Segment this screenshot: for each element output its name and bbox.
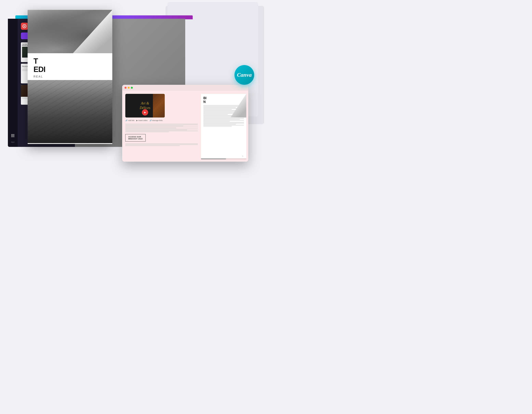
browser-minimize-dot[interactable]: [128, 87, 130, 89]
manage-links-button[interactable]: 🔗 Manage links: [150, 119, 163, 121]
apps-label: Apps: [11, 141, 15, 143]
magazine-big-title: TEDI: [34, 57, 106, 74]
add-link-button[interactable]: 🔗 Add link: [125, 119, 134, 121]
insert-video-label: Insert video: [138, 119, 148, 121]
play-button[interactable]: ▶: [142, 109, 148, 116]
magazine-spread: TEDI REAL: [28, 10, 112, 144]
magazine-wave-pattern: [28, 80, 112, 143]
svg-rect-1: [12, 134, 13, 135]
browser-titlebar: [122, 85, 248, 91]
viewer-left-panel: Art &Délices ▶ 🔗 Add link ▶ Insert video…: [122, 91, 201, 162]
viewer-progress-track[interactable]: [201, 158, 246, 159]
svg-rect-0: [11, 134, 12, 135]
svg-rect-5: [14, 135, 14, 136]
svg-rect-8: [14, 136, 14, 137]
access-mediakit-button[interactable]: ACCESS OURMEDIAKIT 2023: [125, 134, 146, 142]
apps-icon[interactable]: [9, 132, 16, 139]
magazine-title-area: TEDI REAL: [28, 53, 112, 80]
viewer-toolbar: 🔗 Add link ▶ Insert video 🔗 Manage links: [125, 119, 198, 121]
magazine-top-image: [28, 10, 112, 53]
issuu-logo-icon: [21, 23, 28, 30]
svg-rect-3: [11, 135, 12, 136]
magazine-bottom-image: [28, 80, 112, 143]
page-number: 1: [242, 155, 243, 157]
issuu-viewer-window: Art &Délices ▶ 🔗 Add link ▶ Insert video…: [122, 85, 248, 162]
svg-rect-4: [12, 135, 13, 136]
manage-links-label: Manage links: [152, 119, 163, 121]
add-link-label: Add link: [128, 119, 134, 121]
video-thumbnail[interactable]: Art &Délices ▶: [125, 94, 165, 117]
book-right-page: BIN: [201, 94, 246, 158]
canva-badge: Canva: [235, 65, 254, 85]
svg-rect-7: [12, 136, 13, 137]
svg-rect-6: [11, 136, 12, 137]
icon-bar: Apps: [8, 19, 18, 147]
viewer-bottom-text: [125, 144, 198, 146]
viewer-right-panel: BIN: [201, 91, 248, 162]
browser-close-dot[interactable]: [124, 87, 126, 89]
viewer-content: Art &Délices ▶ 🔗 Add link ▶ Insert video…: [122, 91, 248, 162]
svg-rect-2: [14, 134, 14, 135]
viewer-body-text: [125, 124, 198, 132]
book-right-heading: BIN: [203, 96, 244, 104]
browser-maximize-dot[interactable]: [131, 87, 133, 89]
magazine-subtitle: REAL: [34, 75, 106, 78]
canva-logo-text: Canva: [237, 72, 252, 78]
viewer-progress-fill: [201, 158, 226, 159]
insert-video-button[interactable]: ▶ Insert video: [136, 119, 148, 121]
